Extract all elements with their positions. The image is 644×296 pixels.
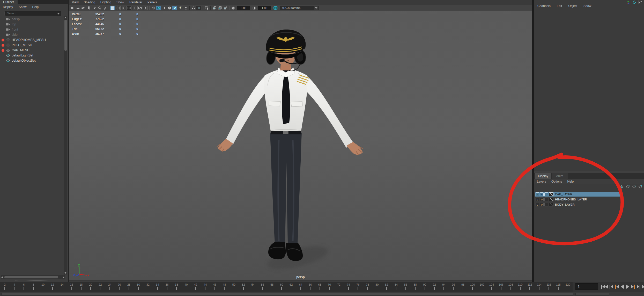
scroll-thumb[interactable]: [4, 276, 58, 278]
layer-visibility-toggle[interactable]: V: [536, 192, 539, 196]
timeline-frame-86[interactable]: 86: [401, 282, 410, 292]
safe-action-icon[interactable]: [137, 6, 142, 10]
current-frame-field[interactable]: 1: [575, 283, 598, 290]
layer-playback-toggle[interactable]: P: [540, 192, 544, 196]
exposure-value-field[interactable]: 0.00: [237, 6, 250, 10]
timeline-frame-76[interactable]: 76: [353, 282, 363, 292]
layer-playback-toggle[interactable]: P: [540, 203, 544, 206]
go-to-start-button[interactable]: [601, 283, 608, 290]
screen-space-ao-icon[interactable]: [191, 6, 196, 10]
timeline-frame-14[interactable]: 14: [57, 282, 67, 292]
grease-pencil-icon[interactable]: [102, 6, 107, 10]
layers-menu-options[interactable]: Options: [551, 180, 562, 183]
timeline-frame-82[interactable]: 82: [382, 282, 391, 292]
isolate-select-icon[interactable]: [204, 6, 209, 10]
outliner-item-side[interactable]: side: [0, 32, 62, 37]
timeline-frame-36[interactable]: 36: [162, 282, 172, 292]
timeline-frame-26[interactable]: 26: [115, 282, 124, 292]
xray-icon[interactable]: [212, 6, 217, 10]
timeline-frame-92[interactable]: 92: [430, 282, 439, 292]
next-key-button[interactable]: [631, 283, 635, 290]
outliner-vertical-scrollbar[interactable]: [64, 16, 67, 275]
timeline-frame-104[interactable]: 104: [487, 282, 496, 292]
outliner-item-HEADPHOMES_MESH[interactable]: HEADPHOMES_MESH: [0, 37, 62, 42]
previous-key-button[interactable]: [615, 283, 619, 290]
channels-menu-channels[interactable]: Channels: [537, 4, 551, 8]
layer-row-BODY_LAYER[interactable]: VP BODY_LAYER: [535, 202, 621, 207]
timeline-frame-48[interactable]: 48: [219, 282, 229, 292]
pilot-character-model[interactable]: [69, 11, 532, 281]
layer-visibility-toggle[interactable]: V: [536, 203, 539, 206]
timeline-frame-108[interactable]: 108: [506, 282, 515, 292]
lights-icon[interactable]: [178, 6, 183, 10]
timeline-frame-102[interactable]: 102: [477, 282, 487, 292]
new-layer-from-selected-icon[interactable]: [638, 185, 642, 189]
scroll-up-icon[interactable]: [64, 17, 66, 18]
timeline-frame-16[interactable]: 16: [67, 282, 76, 292]
timeline-frame-2[interactable]: 2: [0, 282, 10, 292]
exposure-icon[interactable]: [231, 6, 235, 10]
timeline-frame-112[interactable]: 112: [525, 282, 535, 292]
timeline-frame-30[interactable]: 30: [134, 282, 143, 292]
outliner-menu-show[interactable]: Show: [19, 5, 26, 9]
new-layer-icon[interactable]: [632, 185, 636, 189]
layers-menu-help[interactable]: Help: [567, 180, 574, 183]
textured-icon[interactable]: [172, 6, 177, 10]
timeline-frame-4[interactable]: 4: [10, 282, 19, 292]
timeline-frame-54[interactable]: 54: [248, 282, 258, 292]
viewport-menu-show[interactable]: Show: [116, 1, 124, 4]
outliner-item-front[interactable]: front: [0, 27, 62, 32]
timeline-frame-66[interactable]: 66: [306, 282, 315, 292]
film-gate-icon[interactable]: [116, 6, 121, 10]
scroll-right-icon[interactable]: [63, 276, 64, 278]
timeline-frame-78[interactable]: 78: [363, 282, 372, 292]
outliner-menu-display[interactable]: Display: [3, 5, 13, 9]
viewport-menu-lighting[interactable]: Lighting: [100, 1, 111, 4]
range-slider-field[interactable]: [575, 293, 609, 295]
default-material-icon[interactable]: [161, 6, 166, 10]
timeline-frame-12[interactable]: 12: [48, 282, 57, 292]
select-camera-icon[interactable]: [70, 6, 75, 10]
timeline-frame-94[interactable]: 94: [439, 282, 449, 292]
timeline-frame-40[interactable]: 40: [181, 282, 191, 292]
scroll-left-icon[interactable]: [1, 276, 3, 278]
timeline-frame-90[interactable]: 90: [420, 282, 430, 292]
layer-display-mode-toggle[interactable]: [544, 198, 548, 201]
panel-splitter[interactable]: [534, 171, 644, 173]
outliner-item-PILOT_MESH[interactable]: PILOT_MESH: [0, 42, 62, 48]
timeline-frame-80[interactable]: 80: [372, 282, 382, 292]
layer-display-mode-toggle[interactable]: [544, 192, 548, 196]
timeline-frame-8[interactable]: 8: [29, 282, 38, 292]
play-backwards-button[interactable]: [620, 283, 625, 290]
timeline-frame-114[interactable]: 114: [535, 282, 544, 292]
chevron-down-icon[interactable]: [314, 6, 318, 10]
timeline-frame-116[interactable]: 116: [544, 282, 554, 292]
timeline-frame-28[interactable]: 28: [124, 282, 134, 292]
layer-row-CAP_LAYER[interactable]: VP CAP_LAYER: [535, 192, 621, 197]
viewport-menu-renderer[interactable]: Renderer: [129, 1, 142, 4]
timeline-frame-10[interactable]: 10: [38, 282, 48, 292]
field-chart-icon[interactable]: [132, 6, 137, 10]
gate-mask-icon[interactable]: [127, 6, 131, 10]
timeline-frame-96[interactable]: 96: [449, 282, 458, 292]
viewport-menu-shading[interactable]: Shading: [84, 1, 95, 4]
viewport-canvas[interactable]: Verts:3520200Edges:7762200Faces:4464500T…: [69, 11, 532, 281]
go-to-end-button[interactable]: [642, 283, 644, 290]
channels-menu-show[interactable]: Show: [583, 4, 591, 8]
timeline-frame-64[interactable]: 64: [296, 282, 306, 292]
motion-blur-icon[interactable]: [196, 6, 201, 10]
play-forwards-button[interactable]: [625, 283, 630, 290]
move-layer-icon[interactable]: [619, 185, 624, 189]
view-transform-select[interactable]: sRGB gamma: [280, 6, 319, 10]
timeline-frame-22[interactable]: 22: [95, 282, 105, 292]
scroll-thumb[interactable]: [64, 20, 67, 51]
timeline-frame-34[interactable]: 34: [153, 282, 162, 292]
timeline-frame-84[interactable]: 84: [391, 282, 401, 292]
grid-icon[interactable]: [110, 6, 115, 10]
timeline-frame-110[interactable]: 110: [515, 282, 525, 292]
timeline-frame-38[interactable]: 38: [172, 282, 181, 292]
empty-layer-icon[interactable]: [626, 185, 630, 189]
timeline-frame-52[interactable]: 52: [239, 282, 248, 292]
xray-joints-icon[interactable]: [223, 6, 228, 10]
search-input[interactable]: Search...: [5, 11, 61, 16]
